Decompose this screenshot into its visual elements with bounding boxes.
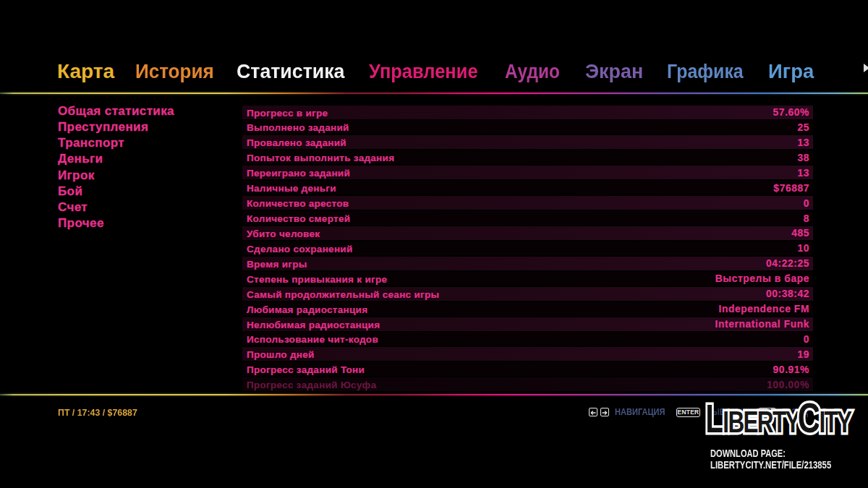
svg-text:LIBERTYCITY: LIBERTYCITY <box>705 396 852 440</box>
